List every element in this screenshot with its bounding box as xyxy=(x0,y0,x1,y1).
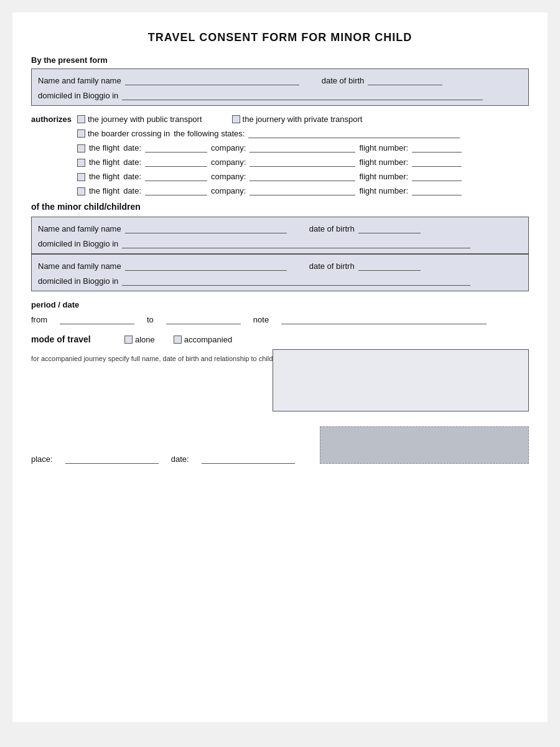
note-label: note xyxy=(253,315,269,324)
flight-1-date-label: date: xyxy=(123,143,141,153)
date-input[interactable] xyxy=(202,453,295,464)
accompanied-label: accompanied xyxy=(184,335,232,344)
flight-3-date-input[interactable] xyxy=(145,170,207,181)
public-transport-item: the journey with public transport xyxy=(77,115,202,124)
child-1-dom-row: domiciled in Bioggio in xyxy=(38,237,522,248)
flight-1-company-input[interactable] xyxy=(250,141,355,153)
flight-4-num-label: flight number: xyxy=(359,186,408,195)
flight-row-2: the flight date: company: flight number: xyxy=(77,156,529,167)
flight-2-checkbox[interactable] xyxy=(77,159,85,167)
note-input[interactable] xyxy=(281,313,487,324)
flight-2-company-input[interactable] xyxy=(250,156,355,167)
parent-dom-input[interactable] xyxy=(122,89,483,100)
child-2-name-row: Name and family name date of birtrh xyxy=(38,260,522,271)
minor-children-boxes: Name and family name date of birtrh domi… xyxy=(31,217,529,291)
flight-3-label: the flight xyxy=(89,172,119,181)
flight-3-date-label: date: xyxy=(123,172,141,181)
child-2-dob-input[interactable] xyxy=(358,260,421,271)
mode-row: mode of travel alone accompanied xyxy=(31,334,529,344)
page-title: TRAVEL CONSENT FORM FOR MINOR CHILD xyxy=(31,31,529,44)
flight-row-3: the flight date: company: flight number: xyxy=(77,170,529,181)
flight-4-company-input[interactable] xyxy=(250,184,355,195)
from-input[interactable] xyxy=(60,313,134,324)
flight-rows: the flight date: company: flight number:… xyxy=(77,141,529,195)
period-label: period / date xyxy=(31,300,529,309)
flight-3-company-input[interactable] xyxy=(250,170,355,181)
parent-name-label: Name and family name xyxy=(38,76,121,85)
child-1-dob-label: date of birtrh xyxy=(309,224,355,233)
authorizes-main-row: authorizes the journey with public trans… xyxy=(31,115,529,124)
from-label: from xyxy=(31,315,47,324)
flight-1-label: the flight xyxy=(89,143,119,153)
accompanied-note-label: for accompanied journey specify full nam… xyxy=(31,349,273,411)
public-transport-checkbox[interactable] xyxy=(77,115,85,123)
child-1-dom-input[interactable] xyxy=(122,237,470,248)
alone-checkbox[interactable] xyxy=(124,336,133,344)
flight-2-num-input[interactable] xyxy=(412,156,462,167)
flight-2-date-label: date: xyxy=(123,157,141,167)
child-2-name-label: Name and family name xyxy=(38,261,121,271)
flight-2-label: the flight xyxy=(89,157,119,167)
flight-1-date-input[interactable] xyxy=(145,141,207,153)
border-crossing-checkbox[interactable] xyxy=(77,129,85,138)
flight-4-date-input[interactable] xyxy=(145,184,207,195)
child-2-box: Name and family name date of birtrh domi… xyxy=(32,255,528,291)
child-2-dom-row: domiciled in Bioggio in xyxy=(38,275,522,286)
parent-dob-label: date of birth xyxy=(322,76,365,85)
authorizes-label: authorizes xyxy=(31,115,75,124)
public-transport-label: the journey with public transport xyxy=(88,115,202,124)
flight-2-date-input[interactable] xyxy=(145,156,207,167)
period-section: period / date from to note xyxy=(31,300,529,324)
flight-3-company-label: company: xyxy=(211,172,246,181)
mode-section: mode of travel alone accompanied for acc… xyxy=(31,334,529,411)
child-1-dom-label: domiciled in Bioggio in xyxy=(38,239,118,248)
child-2-name-input[interactable] xyxy=(125,260,287,271)
border-crossing-row: the boarder crossing in the following st… xyxy=(77,127,529,138)
mode-label: mode of travel xyxy=(31,334,106,344)
flight-4-company-label: company: xyxy=(211,186,246,195)
following-states-label: the following states: xyxy=(174,129,245,138)
to-label: to xyxy=(147,315,154,324)
accompanied-checkbox[interactable] xyxy=(174,336,182,344)
child-2-dob-label: date of birtrh xyxy=(309,261,355,271)
accompanied-item: accompanied xyxy=(174,335,232,344)
authorizes-section: authorizes the journey with public trans… xyxy=(31,115,529,195)
parent-name-input[interactable] xyxy=(125,74,299,85)
flight-4-checkbox[interactable] xyxy=(77,187,85,195)
date-label: date: xyxy=(171,454,189,464)
to-input[interactable] xyxy=(166,313,241,324)
parent-name-row: Name and family name date of birth xyxy=(38,74,522,85)
page: TRAVEL CONSENT FORM FOR MINOR CHILD By t… xyxy=(12,12,548,722)
child-1-name-row: Name and family name date of birtrh xyxy=(38,222,522,233)
flight-3-num-input[interactable] xyxy=(412,170,462,181)
flight-row-4: the flight date: company: flight number: xyxy=(77,184,529,195)
child-1-dob-input[interactable] xyxy=(358,222,421,233)
period-row: from to note xyxy=(31,313,529,324)
bottom-row: place: date: xyxy=(31,426,529,464)
private-transport-checkbox[interactable] xyxy=(232,115,240,123)
border-crossing-item: the boarder crossing in xyxy=(77,129,170,138)
parent-info-box: Name and family name date of birth domic… xyxy=(31,68,529,106)
child-1-name-label: Name and family name xyxy=(38,224,121,233)
alone-label: alone xyxy=(135,335,155,344)
place-input[interactable] xyxy=(65,453,159,464)
states-input[interactable] xyxy=(248,127,460,138)
flight-1-checkbox[interactable] xyxy=(77,144,85,153)
flight-3-checkbox[interactable] xyxy=(77,173,85,181)
parent-dom-label: domiciled in Bioggio in xyxy=(38,91,118,100)
alone-item: alone xyxy=(124,335,155,344)
flight-row-1: the flight date: company: flight number: xyxy=(77,141,529,153)
flight-4-num-input[interactable] xyxy=(412,184,462,195)
flight-1-num-input[interactable] xyxy=(412,141,462,153)
child-2-dom-input[interactable] xyxy=(122,275,470,286)
accompanied-box-wrapper: for accompanied journey specify full nam… xyxy=(31,349,529,411)
accompanied-textarea[interactable] xyxy=(273,349,529,411)
child-1-name-input[interactable] xyxy=(125,222,287,233)
signature-box xyxy=(320,426,529,464)
private-transport-item: the journery with private transport xyxy=(232,115,363,124)
flight-4-label: the flight xyxy=(89,186,119,195)
parent-dob-input[interactable] xyxy=(368,74,442,85)
child-1-box: Name and family name date of birtrh domi… xyxy=(32,217,528,255)
by-present-form-label: By the present form xyxy=(31,55,529,65)
flight-4-date-label: date: xyxy=(123,186,141,195)
